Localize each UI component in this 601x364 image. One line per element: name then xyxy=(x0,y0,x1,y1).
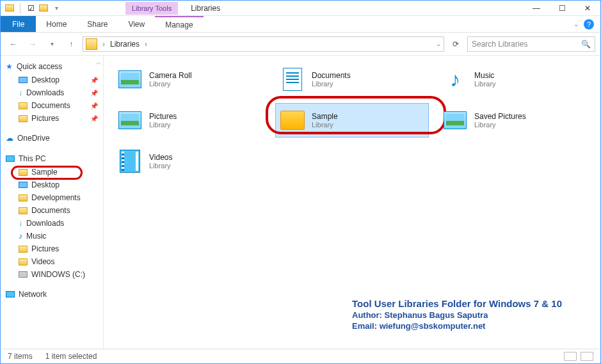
sidebar-item-pictures[interactable]: Pictures📌 xyxy=(1,112,103,125)
desktop-icon xyxy=(19,182,28,188)
music-icon: ♪ xyxy=(19,232,22,241)
status-item-count: 7 items xyxy=(8,352,33,361)
desktop-icon xyxy=(19,77,28,83)
explorer-body: ︿ ★ Quick access Desktop📌 ↓Downloads📌 Do… xyxy=(1,56,600,350)
address-bar[interactable]: › Libraries › ⌄ xyxy=(83,36,444,52)
folder-library-icon xyxy=(280,107,305,133)
status-selected-count: 1 item selected xyxy=(45,352,97,361)
videos-icon xyxy=(19,258,28,265)
quick-access-toolbar: ☑ ▾ xyxy=(1,3,61,13)
new-folder-icon[interactable] xyxy=(38,3,49,13)
scroll-up-icon[interactable]: ︿ xyxy=(95,58,102,67)
music-library-icon: ♪ xyxy=(442,67,468,92)
breadcrumb-separator: › xyxy=(102,40,105,49)
pin-icon: 📌 xyxy=(90,77,98,84)
pc-icon xyxy=(6,155,15,162)
search-placeholder: Search Libraries xyxy=(472,40,581,49)
library-item-music[interactable]: ♪ MusicLibrary xyxy=(438,62,591,97)
pictures-library-icon xyxy=(117,67,143,92)
library-item-videos[interactable]: VideosLibrary xyxy=(113,144,266,178)
tab-home[interactable]: Home xyxy=(36,16,77,32)
tree-this-pc[interactable]: This PC xyxy=(1,152,103,166)
refresh-button[interactable]: ⟳ xyxy=(448,36,463,52)
search-input[interactable]: Search Libraries 🔍 xyxy=(467,36,595,52)
sidebar-item-desktop[interactable]: Desktop📌 xyxy=(1,74,103,86)
sidebar-item-drive-c[interactable]: WINDOWS (C:) xyxy=(1,268,103,281)
sidebar-item-documents-pc[interactable]: Documents xyxy=(1,204,103,217)
network-icon xyxy=(6,291,15,297)
annotation-title: Tool User Libraries Folder for Windows 7… xyxy=(352,298,562,309)
quick-access-label: Quick access xyxy=(17,62,62,71)
thumbnails-view-button[interactable] xyxy=(581,352,593,361)
ribbon-expand-icon[interactable]: ⌄ xyxy=(573,20,579,28)
drive-icon xyxy=(19,271,28,278)
explorer-icon xyxy=(4,3,15,13)
library-item-camera-roll[interactable]: Camera RollLibrary xyxy=(113,62,266,97)
folder-icon xyxy=(19,169,28,176)
sidebar-item-music[interactable]: ♪Music xyxy=(1,230,103,242)
tab-view[interactable]: View xyxy=(118,16,155,32)
documents-icon xyxy=(19,207,28,214)
pictures-icon xyxy=(19,246,28,253)
sidebar-item-downloads-pc[interactable]: ↓Downloads xyxy=(1,217,103,230)
pictures-library-icon xyxy=(442,107,468,133)
star-icon: ★ xyxy=(6,62,13,71)
tree-onedrive[interactable]: ☁OneDrive xyxy=(1,131,103,145)
window-controls: — ☐ ✕ xyxy=(524,1,600,16)
details-view-button[interactable] xyxy=(564,352,577,361)
maximize-button[interactable]: ☐ xyxy=(549,1,575,16)
location-icon xyxy=(86,38,97,50)
pin-icon: 📌 xyxy=(90,102,98,109)
sidebar-item-videos[interactable]: Videos xyxy=(1,255,103,268)
title-bar: ☑ ▾ Library Tools Libraries — ☐ ✕ xyxy=(1,1,600,16)
pin-icon: 📌 xyxy=(90,90,98,97)
address-dropdown-icon[interactable]: ⌄ xyxy=(436,40,441,47)
sidebar-item-sample[interactable]: Sample xyxy=(1,166,103,178)
pictures-icon xyxy=(19,115,28,122)
recent-locations-button[interactable]: ▾ xyxy=(44,36,60,52)
window-title: Libraries xyxy=(191,4,220,13)
library-item-saved-pictures[interactable]: Saved PicturesLibrary xyxy=(438,103,591,138)
tab-file[interactable]: File xyxy=(1,16,36,32)
close-button[interactable]: ✕ xyxy=(575,1,600,16)
content-pane: Camera RollLibrary DocumentsLibrary ♪ Mu… xyxy=(104,56,600,350)
forward-button[interactable]: → xyxy=(25,36,40,52)
sidebar-item-developments[interactable]: Developments xyxy=(1,191,103,204)
breadcrumb-location[interactable]: Libraries xyxy=(110,40,140,49)
breadcrumb-separator[interactable]: › xyxy=(145,40,147,49)
properties-icon[interactable]: ☑ xyxy=(26,3,36,13)
tree-quick-access[interactable]: ★ Quick access xyxy=(1,59,103,74)
sidebar-item-pictures-pc[interactable]: Pictures xyxy=(1,242,103,255)
tab-manage[interactable]: Manage xyxy=(155,16,203,32)
pin-icon: 📌 xyxy=(90,115,98,122)
sidebar-item-downloads[interactable]: ↓Downloads📌 xyxy=(1,86,103,99)
tab-share[interactable]: Share xyxy=(77,16,118,32)
library-item-documents[interactable]: DocumentsLibrary xyxy=(275,62,429,97)
sidebar-item-documents[interactable]: Documents📌 xyxy=(1,99,103,112)
up-button[interactable]: ↑ xyxy=(63,36,79,52)
qat-separator xyxy=(20,3,20,13)
library-item-pictures[interactable]: PicturesLibrary xyxy=(113,103,266,138)
annotation-author: Author: Stephanus Bagus Saputra xyxy=(352,310,562,320)
folder-icon xyxy=(19,194,28,202)
sidebar-item-desktop-pc[interactable]: Desktop xyxy=(1,178,103,191)
tree-network[interactable]: Network xyxy=(1,287,103,301)
documents-icon xyxy=(19,102,28,109)
videos-library-icon xyxy=(117,148,143,174)
library-item-sample[interactable]: SampleLibrary xyxy=(275,103,429,138)
status-bar: 7 items 1 item selected xyxy=(1,349,600,363)
navigation-pane: ︿ ★ Quick access Desktop📌 ↓Downloads📌 Do… xyxy=(1,56,104,350)
pictures-library-icon xyxy=(117,107,143,133)
downloads-icon: ↓ xyxy=(19,88,22,97)
search-icon: 🔍 xyxy=(581,40,591,49)
qat-dropdown-icon[interactable]: ▾ xyxy=(51,3,61,13)
contextual-tab-label: Library Tools xyxy=(125,2,178,15)
cloud-icon: ☁ xyxy=(6,134,13,143)
minimize-button[interactable]: — xyxy=(524,1,549,16)
help-icon[interactable]: ? xyxy=(584,19,594,29)
documents-library-icon xyxy=(280,67,305,92)
items-grid: Camera RollLibrary DocumentsLibrary ♪ Mu… xyxy=(113,62,591,178)
back-button[interactable]: ← xyxy=(6,36,21,52)
downloads-icon: ↓ xyxy=(19,219,22,228)
annotation-email: Email: wiefung@sbskomputer.net xyxy=(352,321,562,331)
